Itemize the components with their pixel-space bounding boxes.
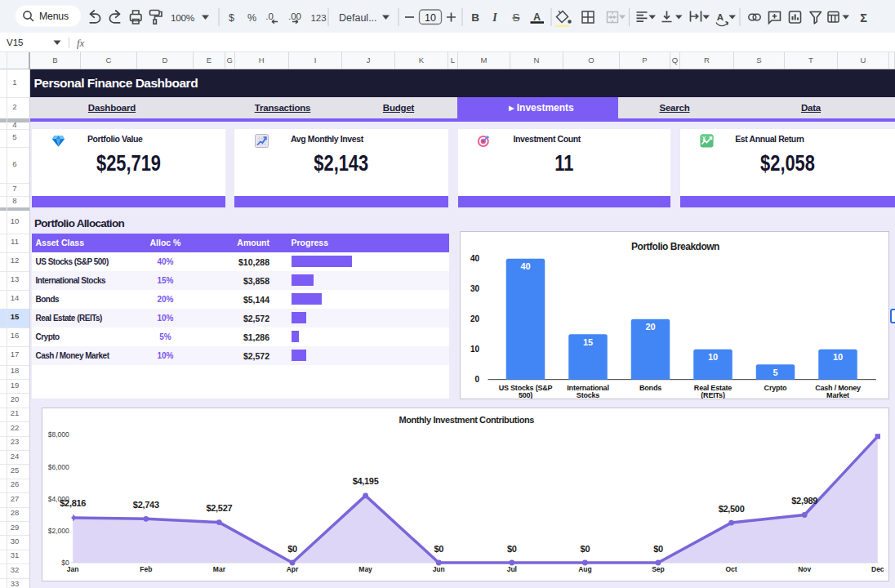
- svg-text:$2,527: $2,527: [206, 503, 232, 513]
- svg-text:30: 30: [470, 284, 480, 293]
- svg-text:Aug: Aug: [578, 565, 592, 573]
- svg-text:123: 123: [310, 13, 326, 23]
- svg-text:Jun: Jun: [432, 565, 444, 573]
- svg-text:40: 40: [520, 261, 530, 271]
- svg-text:Defaul...: Defaul...: [339, 12, 377, 24]
- svg-text:100%: 100%: [171, 12, 195, 24]
- svg-text:$6,000: $6,000: [47, 463, 69, 471]
- svg-text:A: A: [717, 12, 724, 22]
- svg-text:fx: fx: [77, 37, 85, 49]
- svg-text:40: 40: [470, 254, 480, 263]
- svg-text:Crypto: Crypto: [764, 383, 788, 391]
- svg-text:20: 20: [645, 322, 655, 332]
- svg-text:20: 20: [470, 314, 480, 323]
- svg-text:Portfolio Breakdown: Portfolio Breakdown: [631, 240, 719, 252]
- svg-text:I: I: [492, 11, 497, 24]
- svg-text:$4,195: $4,195: [352, 476, 378, 486]
- svg-text:Apr: Apr: [286, 565, 298, 573]
- svg-text:Market: Market: [826, 391, 849, 399]
- svg-text:$2,816: $2,816: [60, 498, 86, 508]
- svg-text:.00: .00: [288, 11, 301, 21]
- svg-text:$0: $0: [580, 544, 590, 554]
- svg-text:0: 0: [474, 374, 479, 383]
- svg-text:Bonds: Bonds: [639, 383, 661, 391]
- svg-text:10: 10: [425, 12, 436, 24]
- svg-text:$8,000: $8,000: [47, 430, 69, 439]
- svg-text:$2,989: $2,989: [791, 496, 817, 506]
- svg-text:$2,000: $2,000: [47, 527, 69, 535]
- svg-text:Jul: Jul: [506, 565, 516, 573]
- svg-text:10: 10: [833, 352, 843, 362]
- svg-text:Feb: Feb: [140, 565, 152, 573]
- svg-text:Sep: Sep: [652, 565, 665, 573]
- svg-text:.0: .0: [265, 11, 274, 21]
- svg-text:Oct: Oct: [725, 565, 737, 573]
- svg-text:B: B: [471, 11, 479, 24]
- svg-text:Stocks: Stocks: [577, 391, 600, 399]
- svg-text:Monthly Investment Contributio: Monthly Investment Contributions: [399, 415, 534, 425]
- svg-text:S: S: [512, 11, 519, 24]
- svg-text:V15: V15: [7, 38, 23, 47]
- svg-text:A: A: [533, 11, 541, 23]
- svg-text:Menus: Menus: [39, 11, 69, 22]
- svg-text:$2,500: $2,500: [718, 504, 744, 514]
- svg-text:$0: $0: [287, 544, 297, 554]
- svg-text:$: $: [229, 12, 234, 24]
- svg-text:Mar: Mar: [213, 565, 226, 573]
- svg-text:$0: $0: [653, 544, 663, 554]
- svg-text:Σ: Σ: [860, 11, 867, 24]
- svg-text:$0: $0: [507, 544, 517, 554]
- svg-text:(REITs): (REITs): [701, 391, 725, 399]
- svg-text:Jan: Jan: [67, 565, 79, 573]
- svg-text:Dec: Dec: [871, 565, 884, 573]
- svg-text:10: 10: [470, 345, 480, 354]
- svg-text:500): 500): [519, 391, 532, 399]
- svg-text:$2,743: $2,743: [133, 500, 159, 510]
- svg-text:%: %: [247, 12, 256, 24]
- svg-text:15: 15: [583, 336, 593, 346]
- svg-text:Nov: Nov: [798, 565, 811, 573]
- svg-text:5: 5: [773, 367, 777, 376]
- svg-text:May: May: [358, 565, 372, 573]
- svg-text:10: 10: [708, 352, 718, 362]
- svg-text:$0: $0: [434, 544, 443, 554]
